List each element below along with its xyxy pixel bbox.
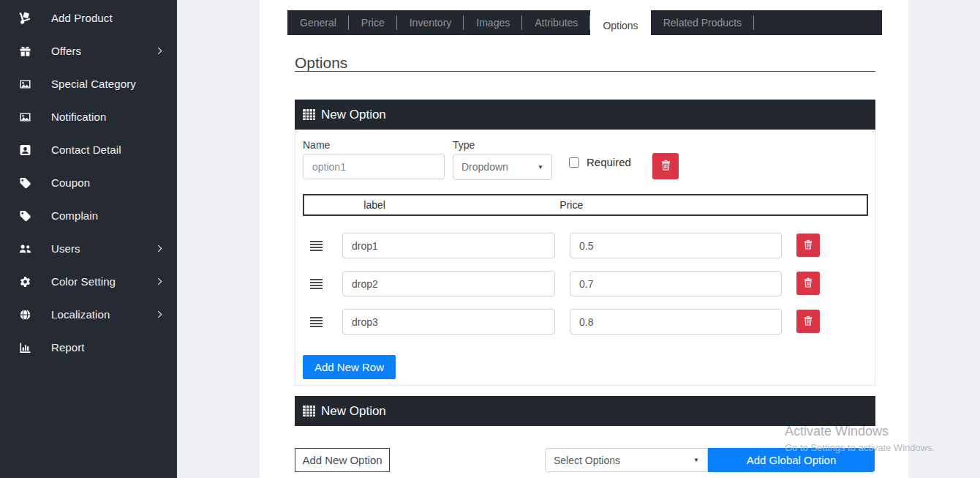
tab-label: Related Products [663,17,742,29]
row-price-input[interactable] [570,309,782,335]
drag-handle-icon[interactable] [310,279,323,289]
sidebar-item-offers[interactable]: Offers [0,34,177,67]
row-label-input[interactable] [342,309,555,335]
new-option-panel-header: New Option [295,100,875,130]
sidebar-item-contact-detail[interactable]: Contact Detail [0,133,177,166]
address-card-icon [18,143,32,156]
trash-icon [661,160,671,173]
tab-label: Attributes [535,17,578,29]
required-field: Required [569,156,631,168]
sidebar-item-label: Localization [51,308,110,321]
option-type-select[interactable]: Dropdown ▼ [453,154,552,180]
sidebar-item-label: Users [51,242,80,255]
sidebar-item-label: Contact Detail [51,143,121,156]
tab-label: Images [476,17,510,29]
sidebar-item-label: Complain [51,209,98,222]
row-label-input[interactable] [342,271,555,296]
new-option-panel-2: New Option [295,396,875,426]
sidebar-item-localization[interactable]: Localization [0,298,177,331]
globe-icon [18,308,32,321]
tab-images[interactable]: Images [464,10,522,35]
tab-attributes[interactable]: Attributes [522,10,590,35]
caret-down-icon: ▼ [693,457,699,463]
global-options-value: Select Options [554,455,620,466]
option-value-row [295,309,875,335]
product-tab-bar: General Price Inventory Images Attribute… [287,10,882,35]
sidebar-item-special-category[interactable]: Special Category [0,67,177,100]
trash-icon [804,315,813,328]
gift-icon [18,45,32,57]
option-type-value: Dropdown [461,161,508,173]
delete-row-button[interactable] [796,272,820,295]
row-label-input[interactable] [342,233,555,258]
sidebar-item-label: Notification [51,111,106,123]
option-value-row [295,233,875,258]
tab-label: Price [361,17,385,29]
chevron-right-icon [157,277,162,285]
dolly-icon [18,12,32,24]
delete-row-button[interactable] [796,234,820,257]
required-label: Required [587,156,631,168]
sidebar-item-color-setting[interactable]: Color Setting [0,265,177,298]
tab-price[interactable]: Price [349,10,397,35]
sidebar-item-add-product[interactable]: Add Product [0,1,177,34]
sidebar-item-label: Special Category [51,78,136,90]
tab-label: Options [603,20,638,31]
delete-option-button[interactable] [652,153,679,179]
caret-down-icon: ▼ [538,164,543,171]
new-option-panel-body: Name Type Dropdown ▼ Required label Pric… [295,130,875,386]
tab-inventory[interactable]: Inventory [397,10,464,35]
label-column-header: label [304,199,445,211]
add-global-option-button[interactable]: Add Global Option [708,448,875,472]
add-new-option-button[interactable]: Add New Option [295,448,390,472]
sidebar-item-label: Coupon [51,176,90,189]
tab-general[interactable]: General [287,10,349,35]
trash-icon [804,239,813,252]
trash-icon [804,277,813,290]
drag-handle-icon[interactable] [310,317,323,327]
chevron-right-icon [157,310,162,318]
tab-related-products[interactable]: Related Products [651,10,754,35]
product-edit-content: General Price Inventory Images Attribute… [260,0,908,478]
tab-label: General [300,17,336,29]
sidebar-item-label: Offers [51,45,81,57]
users-icon [18,242,32,255]
heading-divider [295,71,875,72]
global-options-select[interactable]: Select Options ▼ [545,448,708,472]
grid-icon [303,109,315,120]
row-price-input[interactable] [570,233,782,258]
sidebar-item-coupon[interactable]: Coupon [0,166,177,199]
option-name-input[interactable] [303,154,445,179]
sidebar-item-notification[interactable]: Notification [0,100,177,133]
tab-label: Inventory [410,17,452,29]
delete-row-button[interactable] [796,310,820,333]
new-option-panel-2-header: New Option [295,396,875,426]
add-new-row-button[interactable]: Add New Row [303,355,396,379]
row-price-input[interactable] [570,271,782,296]
drag-handle-icon[interactable] [310,241,323,251]
sidebar: Add Product Offers Special Category Noti… [0,0,177,478]
sidebar-item-label: Add Product [51,12,113,24]
gear-icon [18,275,32,288]
sidebar-item-users[interactable]: Users [0,232,177,265]
sidebar-item-report[interactable]: Report [0,331,177,364]
image-icon [18,111,32,123]
option-values-table-header: label Price [303,194,868,216]
grid-icon [303,406,315,417]
bar-chart-icon [18,341,32,354]
tag-icon [18,209,32,222]
chevron-right-icon [157,47,162,55]
tab-options[interactable]: Options [590,10,650,40]
sidebar-item-complain[interactable]: Complain [0,199,177,232]
new-option-panel: New Option Name Type Dropdown ▼ Required… [295,100,875,386]
tag-icon [18,176,32,189]
type-label: Type [453,139,475,151]
required-checkbox[interactable] [569,157,579,168]
sidebar-item-label: Report [51,341,85,354]
option-value-row [295,271,875,296]
price-column-header: Price [445,199,698,211]
page-title: Options [295,54,347,72]
image-icon [18,78,32,90]
sidebar-item-label: Color Setting [51,275,116,288]
chevron-right-icon [157,244,162,253]
